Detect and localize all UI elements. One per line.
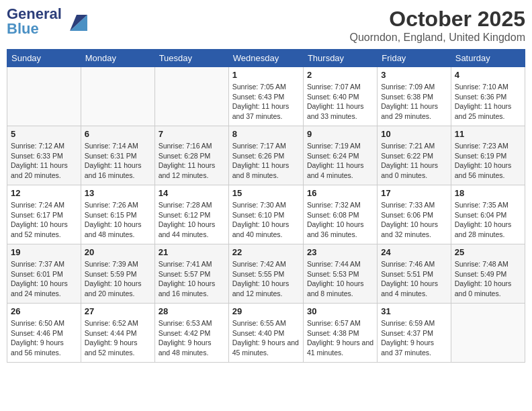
day-detail: Sunrise: 7:17 AM Sunset: 6:26 PM Dayligh… — [232, 141, 300, 181]
calendar-cell: 15Sunrise: 7:30 AM Sunset: 6:10 PM Dayli… — [228, 185, 303, 244]
day-number: 1 — [232, 70, 300, 80]
calendar-cell: 5Sunrise: 7:12 AM Sunset: 6:33 PM Daylig… — [7, 126, 81, 185]
weekday-header: Sunday — [7, 50, 81, 67]
day-number: 20 — [85, 247, 151, 257]
day-detail: Sunrise: 7:48 AM Sunset: 5:49 PM Dayligh… — [455, 259, 521, 299]
day-number: 16 — [307, 188, 373, 198]
day-detail: Sunrise: 7:23 AM Sunset: 6:19 PM Dayligh… — [455, 141, 521, 181]
calendar-cell: 11Sunrise: 7:23 AM Sunset: 6:19 PM Dayli… — [451, 126, 525, 185]
day-detail: Sunrise: 6:57 AM Sunset: 4:38 PM Dayligh… — [307, 318, 373, 358]
calendar-cell: 29Sunrise: 6:55 AM Sunset: 4:40 PM Dayli… — [228, 304, 303, 363]
day-detail: Sunrise: 6:53 AM Sunset: 4:42 PM Dayligh… — [159, 318, 225, 358]
weekday-header: Monday — [81, 50, 154, 67]
day-number: 2 — [307, 70, 373, 80]
day-number: 14 — [159, 188, 225, 198]
page-header: General Blue October 2025 Quorndon, Engl… — [7, 7, 525, 44]
location: Quorndon, England, United Kingdom — [349, 32, 525, 44]
calendar-week-row: 5Sunrise: 7:12 AM Sunset: 6:33 PM Daylig… — [7, 126, 525, 185]
calendar-cell: 4Sunrise: 7:10 AM Sunset: 6:36 PM Daylig… — [451, 67, 525, 126]
logo-blue-text: Blue — [7, 20, 39, 37]
calendar-week-row: 12Sunrise: 7:24 AM Sunset: 6:17 PM Dayli… — [7, 185, 525, 244]
calendar-cell: 10Sunrise: 7:21 AM Sunset: 6:22 PM Dayli… — [378, 126, 451, 185]
day-number: 6 — [85, 129, 151, 139]
day-detail: Sunrise: 6:55 AM Sunset: 4:40 PM Dayligh… — [232, 318, 300, 358]
day-number: 17 — [381, 188, 447, 198]
calendar-cell: 8Sunrise: 7:17 AM Sunset: 6:26 PM Daylig… — [228, 126, 303, 185]
calendar-cell: 13Sunrise: 7:26 AM Sunset: 6:15 PM Dayli… — [81, 185, 154, 244]
day-detail: Sunrise: 7:44 AM Sunset: 5:53 PM Dayligh… — [307, 259, 373, 299]
weekday-header: Saturday — [451, 50, 525, 67]
day-detail: Sunrise: 7:28 AM Sunset: 6:12 PM Dayligh… — [159, 200, 225, 240]
month-title: October 2025 — [349, 7, 525, 32]
calendar-cell: 20Sunrise: 7:39 AM Sunset: 5:59 PM Dayli… — [81, 244, 154, 304]
calendar-cell: 25Sunrise: 7:48 AM Sunset: 5:49 PM Dayli… — [451, 244, 525, 304]
day-detail: Sunrise: 6:50 AM Sunset: 4:46 PM Dayligh… — [11, 318, 77, 358]
calendar-cell: 23Sunrise: 7:44 AM Sunset: 5:53 PM Dayli… — [303, 244, 377, 304]
calendar-cell: 30Sunrise: 6:57 AM Sunset: 4:38 PM Dayli… — [303, 304, 377, 363]
day-number: 7 — [159, 129, 225, 139]
day-number: 13 — [85, 188, 151, 198]
day-number: 21 — [159, 247, 225, 257]
day-number: 9 — [307, 129, 373, 139]
calendar-cell: 18Sunrise: 7:35 AM Sunset: 6:04 PM Dayli… — [451, 185, 525, 244]
day-detail: Sunrise: 7:32 AM Sunset: 6:08 PM Dayligh… — [307, 200, 373, 240]
weekday-header: Friday — [378, 50, 451, 67]
day-number: 24 — [381, 247, 447, 257]
day-detail: Sunrise: 7:26 AM Sunset: 6:15 PM Dayligh… — [85, 200, 151, 240]
calendar-cell: 12Sunrise: 7:24 AM Sunset: 6:17 PM Dayli… — [7, 185, 81, 244]
day-detail: Sunrise: 7:35 AM Sunset: 6:04 PM Dayligh… — [455, 200, 521, 240]
day-number: 5 — [11, 129, 77, 139]
calendar-cell — [154, 67, 228, 126]
calendar-cell: 7Sunrise: 7:16 AM Sunset: 6:28 PM Daylig… — [154, 126, 228, 185]
calendar-cell: 6Sunrise: 7:14 AM Sunset: 6:31 PM Daylig… — [81, 126, 154, 185]
day-number: 8 — [232, 129, 300, 139]
logo: General Blue — [7, 7, 87, 36]
day-number: 28 — [159, 306, 225, 316]
weekday-header: Thursday — [303, 50, 377, 67]
calendar-cell: 26Sunrise: 6:50 AM Sunset: 4:46 PM Dayli… — [7, 304, 81, 363]
day-detail: Sunrise: 7:12 AM Sunset: 6:33 PM Dayligh… — [11, 141, 77, 181]
calendar-header-row: SundayMondayTuesdayWednesdayThursdayFrid… — [7, 50, 525, 67]
day-detail: Sunrise: 7:41 AM Sunset: 5:57 PM Dayligh… — [159, 259, 225, 299]
day-number: 15 — [232, 188, 300, 198]
day-detail: Sunrise: 7:37 AM Sunset: 6:01 PM Dayligh… — [11, 259, 77, 299]
calendar-cell: 28Sunrise: 6:53 AM Sunset: 4:42 PM Dayli… — [154, 304, 228, 363]
calendar-table: SundayMondayTuesdayWednesdayThursdayFrid… — [7, 49, 525, 363]
day-detail: Sunrise: 6:59 AM Sunset: 4:37 PM Dayligh… — [381, 318, 447, 358]
day-detail: Sunrise: 7:46 AM Sunset: 5:51 PM Dayligh… — [381, 259, 447, 299]
day-number: 22 — [232, 247, 300, 257]
calendar-cell — [451, 304, 525, 363]
calendar-cell: 27Sunrise: 6:52 AM Sunset: 4:44 PM Dayli… — [81, 304, 154, 363]
calendar-cell: 21Sunrise: 7:41 AM Sunset: 5:57 PM Dayli… — [154, 244, 228, 304]
calendar-cell — [81, 67, 154, 126]
day-number: 30 — [307, 306, 373, 316]
calendar-week-row: 1Sunrise: 7:05 AM Sunset: 6:43 PM Daylig… — [7, 67, 525, 126]
day-number: 11 — [455, 129, 521, 139]
day-number: 18 — [455, 188, 521, 198]
day-number: 12 — [11, 188, 77, 198]
day-detail: Sunrise: 7:39 AM Sunset: 5:59 PM Dayligh… — [85, 259, 151, 299]
calendar-cell: 22Sunrise: 7:42 AM Sunset: 5:55 PM Dayli… — [228, 244, 303, 304]
calendar-week-row: 26Sunrise: 6:50 AM Sunset: 4:46 PM Dayli… — [7, 304, 525, 363]
weekday-header: Tuesday — [154, 50, 228, 67]
logo-icon — [63, 12, 87, 32]
day-detail: Sunrise: 6:52 AM Sunset: 4:44 PM Dayligh… — [85, 318, 151, 358]
day-detail: Sunrise: 7:21 AM Sunset: 6:22 PM Dayligh… — [381, 141, 447, 181]
day-number: 23 — [307, 247, 373, 257]
day-number: 27 — [85, 306, 151, 316]
calendar-cell: 16Sunrise: 7:32 AM Sunset: 6:08 PM Dayli… — [303, 185, 377, 244]
day-detail: Sunrise: 7:07 AM Sunset: 6:40 PM Dayligh… — [307, 82, 373, 122]
calendar-cell: 2Sunrise: 7:07 AM Sunset: 6:40 PM Daylig… — [303, 67, 377, 126]
calendar-cell: 14Sunrise: 7:28 AM Sunset: 6:12 PM Dayli… — [154, 185, 228, 244]
day-detail: Sunrise: 7:30 AM Sunset: 6:10 PM Dayligh… — [232, 200, 300, 240]
day-number: 3 — [381, 70, 447, 80]
calendar-week-row: 19Sunrise: 7:37 AM Sunset: 6:01 PM Dayli… — [7, 244, 525, 304]
day-detail: Sunrise: 7:05 AM Sunset: 6:43 PM Dayligh… — [232, 82, 300, 122]
day-number: 25 — [455, 247, 521, 257]
day-number: 31 — [381, 306, 447, 316]
day-detail: Sunrise: 7:19 AM Sunset: 6:24 PM Dayligh… — [307, 141, 373, 181]
calendar-cell: 24Sunrise: 7:46 AM Sunset: 5:51 PM Dayli… — [378, 244, 451, 304]
day-number: 10 — [381, 129, 447, 139]
weekday-header: Wednesday — [228, 50, 303, 67]
day-detail: Sunrise: 7:33 AM Sunset: 6:06 PM Dayligh… — [381, 200, 447, 240]
